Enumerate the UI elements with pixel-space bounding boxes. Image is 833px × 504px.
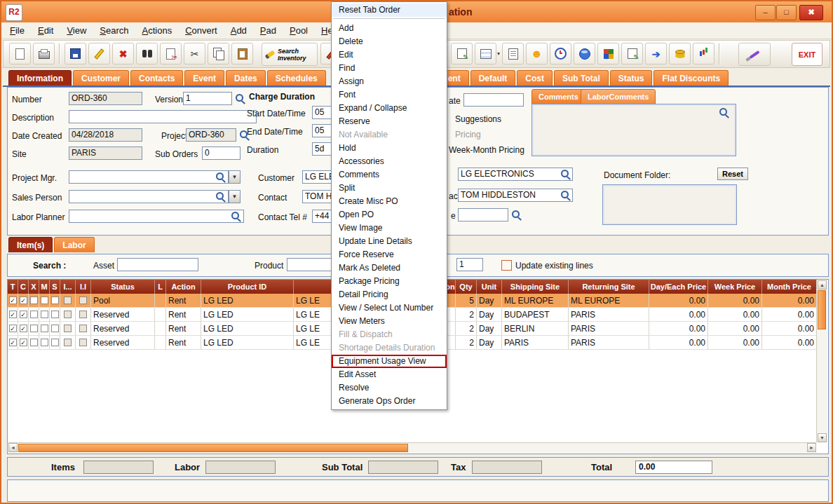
column-header-day-each-price[interactable]: Day/Each Price [649,280,708,294]
customer-display-field[interactable]: LG ELECTRONICS [458,168,573,181]
menu-item-reset-tab-order[interactable]: Reset Tab Order [332,4,447,17]
tab-labor-comments[interactable]: LaborComments [581,89,656,104]
paste-button[interactable] [231,43,253,64]
new-document-button[interactable] [9,43,31,64]
row-checkbox[interactable]: ✓ [9,297,17,304]
menu-item-font[interactable]: Font [332,88,447,102]
cell-checkbox[interactable] [29,336,39,349]
row-checkbox[interactable] [51,311,59,318]
delete-button[interactable] [112,43,134,64]
column-header-week-price[interactable]: Week Price [708,280,762,294]
comments-search-icon[interactable] [719,107,730,118]
dropdown-caret-icon[interactable]: ▾ [497,50,500,57]
contact-display-search-icon[interactable] [560,190,571,201]
menu-item-generate-ops-order[interactable]: Generate Ops Order [332,395,447,408]
edit-pencil-button[interactable] [88,43,110,64]
menu-item-force-reserve[interactable]: Force Reserve [332,248,447,261]
suggestions-label[interactable]: Suggestions [455,114,501,124]
row-checkbox[interactable] [79,311,87,318]
column-header-month-price[interactable]: Month Price [762,280,817,294]
column-header-i[interactable]: I... [60,280,76,294]
column-header-s[interactable]: S [50,280,60,294]
menu-item-edit[interactable]: Edit [332,48,447,62]
sub-orders-field[interactable]: 0 [202,147,241,160]
menu-item-resolve[interactable]: Resolve [332,381,447,395]
cell-checkbox[interactable] [60,308,76,321]
menu-pool[interactable]: Pool [290,25,308,36]
cell-checkbox[interactable]: ✓ [8,322,18,335]
row-checkbox[interactable] [51,325,59,332]
column-header-unit[interactable]: Unit [477,280,502,294]
product-input[interactable] [287,258,336,271]
menu-convert[interactable]: Convert [185,25,217,36]
tab-cost[interactable]: Cost [517,70,553,86]
cell-checkbox[interactable] [29,308,39,321]
row-checkbox[interactable] [30,339,38,346]
menu-item-split[interactable]: Split [332,182,447,195]
menu-item-view-image[interactable]: View Image [332,222,447,235]
row-checkbox[interactable] [41,325,48,332]
coins-button[interactable] [669,43,691,64]
date-created-field[interactable]: 04/28/2018 [69,128,142,142]
cell-checkbox[interactable]: ✓ [8,336,18,349]
edit-note-button[interactable] [451,43,473,64]
cell-checkbox[interactable] [76,294,91,307]
week-month-pricing-label[interactable]: Week-Month Pricing [449,145,524,155]
tab-contacts[interactable]: Contacts [130,70,183,86]
customer-display-search-icon[interactable] [560,169,571,180]
column-header-i-i[interactable]: I.I [76,280,91,294]
cell-checkbox[interactable] [60,336,76,349]
cell-checkbox[interactable] [50,336,60,349]
menu-item-update-line-details[interactable]: Update Line Details [332,235,447,248]
row-checkbox[interactable]: ✓ [20,325,27,332]
report-button[interactable] [502,43,524,64]
menu-item-mark-as-deleted[interactable]: Mark As Deleted [332,261,447,275]
scroll-left-icon[interactable]: ◄ [8,443,18,452]
qty-input[interactable]: 1 [456,258,483,271]
clock-button[interactable] [550,43,571,64]
menu-item-package-pricing[interactable]: Package Pricing [332,275,447,288]
venue-field[interactable] [458,208,508,222]
row-checkbox[interactable]: ✓ [9,339,17,346]
row-checkbox[interactable] [79,339,87,346]
menu-item-accessories[interactable]: Accessories [332,155,447,168]
reset-button[interactable]: Reset [717,168,748,180]
row-checkbox[interactable] [30,311,38,318]
tab-item-s[interactable]: Item(s) [8,237,53,252]
menu-item-add[interactable]: Add [332,22,447,35]
sales-person-dropdown[interactable]: ▼ [229,190,241,203]
row-checkbox[interactable]: ✓ [9,325,17,332]
menu-item-reserve[interactable]: Reserve [332,115,447,128]
column-header-product-id[interactable]: Product ID [201,280,294,294]
cell-checkbox[interactable] [50,322,60,335]
cell-checkbox[interactable]: ✓ [18,308,29,321]
column-header-shipping-site[interactable]: Shipping Site [502,280,569,294]
row-checkbox[interactable]: ✓ [9,311,17,318]
number-field[interactable]: ORD-360 [69,92,142,105]
project-mgr-search-icon[interactable] [215,172,226,183]
version-field[interactable]: 1 [183,92,232,105]
description-field[interactable] [69,110,257,123]
cell-checkbox[interactable] [39,322,50,335]
cell-checkbox[interactable]: ✓ [8,308,18,321]
cell-checkbox[interactable] [29,322,39,335]
chart-button[interactable] [693,43,715,64]
column-header-action[interactable]: Action [166,280,201,294]
row-checkbox[interactable] [79,297,87,304]
menu-item-detail-pricing[interactable]: Detail Pricing [332,288,447,301]
cell-checkbox[interactable]: ✓ [18,294,29,307]
maximize-button[interactable]: □ [776,5,797,20]
cell-checkbox[interactable] [39,294,50,307]
row-checkbox[interactable] [51,297,59,304]
find-binoculars-button[interactable] [136,43,158,64]
menu-file[interactable]: File [10,25,25,36]
menu-item-open-po[interactable]: Open PO [332,208,447,222]
cell-checkbox[interactable] [29,294,39,307]
row-checkbox[interactable] [41,339,48,346]
menu-add[interactable]: Add [231,25,247,36]
menu-item-comments[interactable]: Comments [332,168,447,182]
cell-checkbox[interactable] [39,336,50,349]
tab-flat-discounts[interactable]: Flat Discounts [653,70,729,86]
cell-checkbox[interactable] [50,294,60,307]
cell-checkbox[interactable] [76,322,91,335]
